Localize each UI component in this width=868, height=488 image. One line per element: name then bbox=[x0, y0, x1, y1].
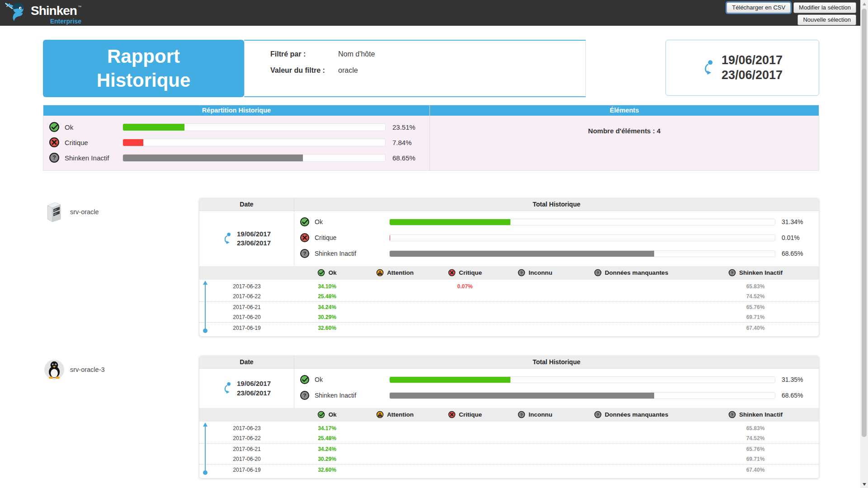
brand-name: Shinken bbox=[31, 5, 77, 17]
percent-bar-track bbox=[389, 235, 775, 241]
scrollbar-thumb[interactable] bbox=[862, 9, 867, 437]
percent-bar-track bbox=[389, 250, 775, 257]
cell-ok: 25.48% bbox=[294, 435, 360, 441]
status-label: Shinken Inactif bbox=[65, 154, 123, 162]
host-date-end: 23/06/2017 bbox=[237, 239, 271, 248]
percent-bar-track bbox=[389, 219, 775, 225]
elements-count: Nombre d'éléments : 4 bbox=[430, 116, 819, 166]
status-bar-row: Ok23.51% bbox=[49, 122, 425, 132]
host-totals: Ok31.35%?Shinken Inactif68.65% bbox=[294, 369, 819, 408]
status-bar-row: ?Shinken Inactif68.65% bbox=[49, 152, 425, 163]
row-date: 2017-06-19 bbox=[199, 467, 294, 473]
cell-inactive: 65.83% bbox=[692, 283, 819, 290]
cell-inactive: 67.40% bbox=[692, 325, 819, 331]
download-csv-button[interactable]: Télécharger en CSV bbox=[726, 2, 791, 13]
table-row: 2017-06-2134.24%65.76% bbox=[199, 444, 819, 454]
cell-ok: 34.10% bbox=[294, 283, 360, 290]
column-header-inactive: ?Shinken Inactif bbox=[692, 411, 819, 418]
status-label: Ok bbox=[315, 218, 389, 225]
status-label: Critique bbox=[315, 234, 389, 241]
repartition-header: Répartition Historique bbox=[43, 105, 429, 116]
card-columns-header: DateTotal Historique bbox=[199, 356, 819, 369]
table-row: 2017-06-1932.60%67.40% bbox=[199, 323, 819, 333]
report-date-range: 19/06/2017 23/06/2017 bbox=[665, 40, 819, 96]
percent-value: 68.65% bbox=[782, 250, 810, 257]
table-row: 2017-06-2225.48%74.52% bbox=[199, 291, 819, 302]
card-body: 19/06/201723/06/2017Ok31.35%?Shinken Ina… bbox=[199, 369, 819, 408]
table-row: 2017-06-2134.24%65.76% bbox=[199, 302, 819, 312]
date-range-arrow-icon bbox=[702, 60, 714, 76]
filter-by-label: Filtré par : bbox=[270, 50, 338, 58]
percent-value: 0.01% bbox=[782, 234, 810, 241]
column-label: Inconnu bbox=[528, 411, 552, 418]
cell-ok: 30.29% bbox=[294, 456, 360, 462]
percent-bar-track bbox=[123, 154, 386, 162]
cell-critical: 0.07% bbox=[430, 283, 500, 290]
row-date: 2017-06-20 bbox=[199, 314, 294, 320]
ok-icon bbox=[317, 411, 325, 418]
column-header-warning: Attention bbox=[360, 269, 430, 277]
report-title-line1: Rapport bbox=[43, 45, 244, 69]
svg-text:?: ? bbox=[520, 271, 523, 275]
status-label: Ok bbox=[65, 123, 123, 131]
inactive-icon: ? bbox=[300, 390, 310, 400]
stats-rows: 2017-06-2334.10%0.07%65.83%2017-06-2225.… bbox=[199, 280, 819, 336]
brand-text: Shinken ™ Enterprise bbox=[31, 5, 81, 25]
svg-text:?: ? bbox=[731, 271, 733, 275]
column-header-warning: Attention bbox=[360, 411, 430, 418]
column-header-ok: Ok bbox=[294, 411, 360, 418]
scroll-up-button[interactable] bbox=[860, 0, 868, 8]
card-columns-header: DateTotal Historique bbox=[199, 198, 819, 211]
column-header-missing: ?Données manquantes bbox=[570, 269, 692, 277]
report-header: Rapport Historique Filtré par : Nom d'hô… bbox=[43, 40, 819, 97]
host-totals: Ok31.34%Critique0.01%?Shinken Inactif68.… bbox=[294, 211, 819, 266]
date-arrow-icon bbox=[222, 232, 232, 245]
percent-value: 7.84% bbox=[392, 139, 425, 146]
column-label: Ok bbox=[328, 269, 336, 276]
brand-trademark: ™ bbox=[78, 5, 81, 9]
cell-ok: 25.48% bbox=[294, 293, 360, 300]
row-date: 2017-06-20 bbox=[199, 456, 294, 462]
percent-bar-track bbox=[123, 139, 386, 146]
host-date-end: 23/06/2017 bbox=[237, 389, 271, 398]
new-selection-button[interactable]: Nouvelle sélection bbox=[797, 14, 856, 25]
column-label: Inconnu bbox=[528, 269, 552, 276]
status-label: Shinken Inactif bbox=[315, 392, 389, 399]
scroll-up-icon bbox=[863, 3, 866, 5]
report-title: Rapport Historique bbox=[43, 40, 244, 97]
column-header-unknown: ?Inconnu bbox=[500, 411, 570, 418]
svg-text:?: ? bbox=[597, 271, 599, 275]
cell-inactive: 74.52% bbox=[692, 435, 819, 441]
modify-selection-button[interactable]: Modifier la sélection bbox=[793, 2, 856, 13]
svg-text:?: ? bbox=[731, 413, 733, 417]
percent-bar-track bbox=[389, 376, 775, 383]
card-body: 19/06/201723/06/2017Ok31.34%Critique0.01… bbox=[199, 211, 819, 266]
cell-inactive: 69.71% bbox=[692, 314, 819, 320]
svg-text:?: ? bbox=[52, 155, 56, 161]
filter-by-value: Nom d'hôte bbox=[338, 50, 375, 58]
column-header-ok: Ok bbox=[294, 269, 360, 277]
elements-header: Éléments bbox=[430, 105, 819, 116]
column-header-unknown: ?Inconnu bbox=[500, 269, 570, 277]
percent-bar-fill bbox=[123, 139, 143, 146]
host-name: srv-oracle-3 bbox=[70, 366, 105, 373]
date-spacer-cell bbox=[199, 269, 294, 277]
timeline-arrow-icon bbox=[205, 426, 206, 473]
hosts-list: srv-oracleDateTotal Historique19/06/2017… bbox=[43, 198, 819, 479]
column-header-critical: Critique bbox=[430, 269, 500, 277]
scroll-down-icon bbox=[863, 483, 866, 486]
host-label: srv-oracle-3 bbox=[43, 356, 199, 381]
warning-icon bbox=[376, 411, 384, 418]
cell-inactive: 65.76% bbox=[692, 446, 819, 452]
cell-inactive: 67.40% bbox=[692, 467, 819, 473]
vertical-scrollbar[interactable] bbox=[860, 0, 868, 488]
percent-value: 31.35% bbox=[782, 376, 810, 383]
topbar: Shinken ™ Enterprise Télécharger en CSV … bbox=[0, 0, 868, 26]
column-header-critical: Critique bbox=[430, 411, 500, 418]
table-row: 2017-06-2334.10%0.07%65.83% bbox=[199, 281, 819, 291]
status-label: Ok bbox=[315, 376, 389, 383]
percent-bar-fill bbox=[390, 251, 654, 257]
host-date-start: 19/06/2017 bbox=[237, 230, 271, 239]
scroll-down-button[interactable] bbox=[860, 480, 868, 488]
inactive-icon: ? bbox=[49, 152, 60, 163]
